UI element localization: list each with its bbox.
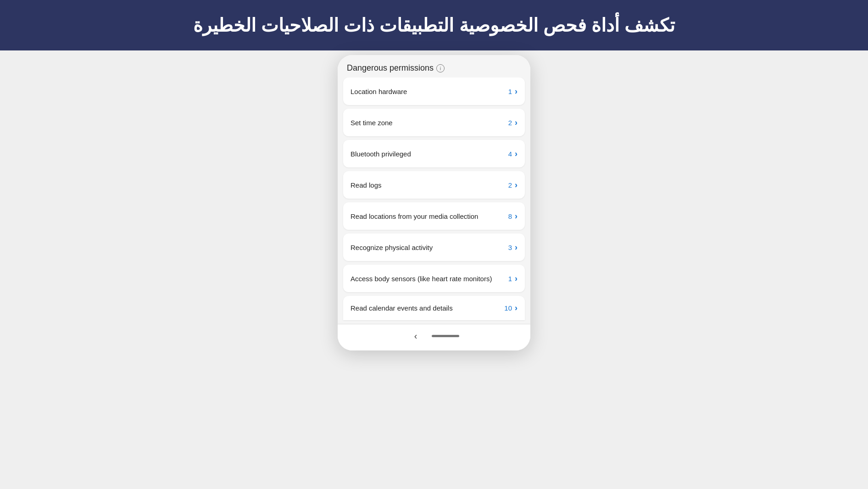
banner-title: تكشف أداة فحص الخصوصية التطبيقات ذات الص… xyxy=(193,15,675,36)
back-button[interactable]: ‹ xyxy=(409,329,423,343)
info-icon[interactable]: i xyxy=(436,64,445,72)
chevron-right-icon: › xyxy=(515,180,517,190)
permission-label: Read logs xyxy=(351,180,508,190)
permission-item-set-time-zone[interactable]: Set time zone 2 › xyxy=(343,109,525,136)
device-frame: Dangerous permissions i Location hardwar… xyxy=(338,55,530,350)
permission-item-read-logs[interactable]: Read logs 2 › xyxy=(343,171,525,199)
permission-label: Access body sensors (like heart rate mon… xyxy=(351,274,508,283)
permission-label: Location hardware xyxy=(351,87,508,96)
screen-content: Dangerous permissions i Location hardwar… xyxy=(338,55,530,350)
permission-right: 1 › xyxy=(508,87,517,96)
permission-right: 10 › xyxy=(504,303,517,313)
chevron-right-icon: › xyxy=(515,149,517,159)
permission-right: 8 › xyxy=(508,211,517,221)
permission-item-bluetooth-privileged[interactable]: Bluetooth privileged 4 › xyxy=(343,140,525,167)
content-area: Dangerous permissions i Location hardwar… xyxy=(0,50,868,489)
section-title: Dangerous permissions i xyxy=(347,63,521,73)
permission-item-access-body-sensors[interactable]: Access body sensors (like heart rate mon… xyxy=(343,265,525,292)
permission-label: Bluetooth privileged xyxy=(351,149,508,159)
permission-label: Read calendar events and details xyxy=(351,303,504,313)
permission-item-read-calendar-partial[interactable]: Read calendar events and details 10 › xyxy=(343,296,525,320)
permission-right: 3 › xyxy=(508,243,517,252)
chevron-right-icon: › xyxy=(515,87,517,96)
permission-label: Read locations from your media collectio… xyxy=(351,211,508,221)
permission-item-recognize-physical-activity[interactable]: Recognize physical activity 3 › xyxy=(343,233,525,261)
permission-label: Set time zone xyxy=(351,118,508,128)
section-header: Dangerous permissions i xyxy=(338,55,530,78)
chevron-right-icon: › xyxy=(515,274,517,283)
permission-right: 4 › xyxy=(508,149,517,159)
permission-count: 2 xyxy=(508,181,512,189)
permission-list: Location hardware 1 › Set time zone 2 › … xyxy=(338,78,530,324)
permission-right: 2 › xyxy=(508,118,517,128)
permission-count: 4 xyxy=(508,150,512,158)
chevron-right-icon: › xyxy=(515,243,517,252)
chevron-right-icon: › xyxy=(515,118,517,128)
permission-right: 2 › xyxy=(508,180,517,190)
permission-count: 1 xyxy=(508,275,512,283)
bottom-navigation: ‹ xyxy=(338,324,530,350)
permission-count: 10 xyxy=(504,304,512,312)
permission-label: Recognize physical activity xyxy=(351,243,508,252)
permission-count: 3 xyxy=(508,244,512,251)
permission-item-read-locations-media[interactable]: Read locations from your media collectio… xyxy=(343,202,525,230)
chevron-right-icon: › xyxy=(515,211,517,221)
permission-count: 1 xyxy=(508,88,512,95)
top-banner: تكشف أداة فحص الخصوصية التطبيقات ذات الص… xyxy=(0,0,868,50)
permission-right: 1 › xyxy=(508,274,517,283)
home-indicator[interactable] xyxy=(432,335,459,337)
permission-count: 2 xyxy=(508,119,512,127)
permission-count: 8 xyxy=(508,212,512,220)
chevron-right-icon: › xyxy=(515,303,517,313)
section-title-text: Dangerous permissions xyxy=(347,63,434,73)
permission-item-location-hardware[interactable]: Location hardware 1 › xyxy=(343,78,525,105)
